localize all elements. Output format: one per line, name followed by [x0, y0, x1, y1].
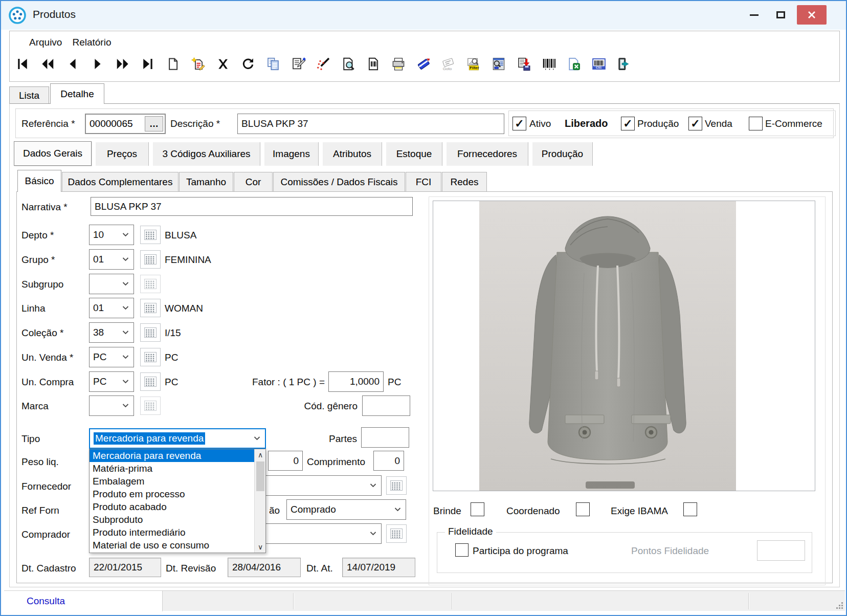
close-button[interactable] [797, 5, 827, 25]
narrativa-input[interactable] [91, 197, 413, 216]
ecommerce-checkbox[interactable] [749, 117, 763, 130]
venda-checkbox[interactable]: ✓ [688, 117, 702, 130]
scrollbar-thumb[interactable] [256, 461, 264, 491]
tab-dados-gerais[interactable]: Dados Gerais [14, 141, 92, 166]
pontos-fidelidade-input[interactable] [757, 540, 805, 561]
referencia-lookup-button[interactable]: … [145, 116, 163, 131]
partes-input[interactable] [361, 427, 409, 448]
delete-button[interactable] [213, 53, 233, 75]
dropdown-item[interactable]: Produto intermediário [90, 526, 255, 539]
tab-atributos[interactable]: Atributos [323, 142, 382, 166]
depto-combo[interactable]: 10 [89, 225, 134, 245]
barcode-cs1-button[interactable]: CS1 [589, 53, 609, 75]
peso-liq-input[interactable] [268, 451, 303, 471]
prior-page-button[interactable] [37, 53, 58, 75]
grupo-combo[interactable]: 01 [89, 249, 134, 270]
situacao-combo[interactable]: Comprado [286, 499, 406, 520]
tab-basico[interactable]: Básico [17, 170, 61, 192]
refresh-button[interactable] [238, 53, 258, 75]
tab-producao[interactable]: Produção [532, 142, 593, 166]
fornecedor-lookup-button[interactable] [386, 476, 407, 495]
linha-lookup-button[interactable] [140, 299, 161, 317]
brinde-checkbox[interactable] [471, 502, 484, 516]
tab-lista[interactable]: Lista [9, 86, 49, 104]
comprimento-input[interactable] [373, 451, 404, 471]
preview-button[interactable] [338, 53, 359, 75]
next-page-button[interactable] [113, 53, 133, 75]
tab-fornecedores[interactable]: Fornecedores [447, 142, 528, 166]
filter-advanced-button[interactable] [488, 53, 509, 75]
dropdown-item[interactable]: Produto acabado [90, 500, 255, 513]
new-button[interactable] [163, 53, 183, 75]
tab-tamanho[interactable]: Tamanho [179, 172, 233, 191]
coordenado-checkbox[interactable] [576, 502, 590, 516]
scroll-down-icon[interactable]: ∨ [255, 541, 266, 553]
edit-record-button[interactable] [288, 53, 308, 75]
goto-button[interactable]: Goto [438, 53, 459, 75]
last-record-button[interactable] [138, 53, 158, 75]
colecao-lookup-button[interactable] [140, 323, 161, 342]
descricao-input[interactable] [237, 114, 504, 134]
barcode-button[interactable] [539, 53, 559, 75]
export-excel-button[interactable] [564, 53, 584, 75]
dropdown-scrollbar[interactable]: ∧ ∨ [254, 449, 265, 553]
linha-combo[interactable]: 01 [89, 298, 134, 318]
dropdown-item[interactable]: Matéria-prima [90, 462, 255, 475]
copy-button[interactable] [263, 53, 283, 75]
cod-genero-input[interactable] [362, 395, 410, 416]
print-button[interactable] [388, 53, 409, 75]
tab-codigos-auxiliares[interactable]: 3 Códigos Auxiliares [153, 142, 260, 166]
exige-ibama-checkbox[interactable] [683, 502, 697, 516]
dropdown-item[interactable]: Mercadoria para revenda [90, 449, 255, 462]
report-button[interactable] [363, 53, 384, 75]
referencia-label: Referência * [21, 118, 75, 129]
marca-lookup-button[interactable] [140, 397, 161, 415]
tab-redes[interactable]: Redes [442, 172, 487, 191]
subgrupo-lookup-button[interactable] [140, 275, 161, 293]
tab-estoque[interactable]: Estoque [386, 142, 442, 166]
un-venda-lookup-button[interactable] [140, 348, 161, 366]
first-record-button[interactable] [12, 53, 33, 75]
exit-button[interactable] [614, 53, 634, 75]
tab-cor[interactable]: Cor [234, 172, 273, 191]
resize-grip-icon[interactable] [835, 601, 843, 609]
referencia-field[interactable]: 00000065 … [85, 114, 166, 134]
producao-checkbox[interactable]: ✓ [621, 117, 635, 130]
menu-relatorio[interactable]: Relatório [67, 35, 116, 50]
bookmark-button[interactable] [413, 53, 434, 75]
minimize-button[interactable] [742, 5, 766, 25]
marca-combo[interactable] [89, 395, 134, 416]
dropdown-item[interactable]: Produto em processo [90, 488, 255, 500]
tab-dados-complementares[interactable]: Dados Complementares [62, 172, 179, 191]
tab-comissoes-fiscais[interactable]: Comissões / Dados Fiscais [273, 172, 405, 191]
un-compra-lookup-button[interactable] [140, 372, 161, 391]
depto-lookup-button[interactable] [140, 226, 161, 244]
comprador-lookup-button[interactable] [386, 524, 407, 543]
colecao-combo[interactable]: 38 [89, 322, 134, 343]
un-venda-combo[interactable]: PC [89, 347, 134, 367]
grid-lookup-icon [390, 480, 403, 491]
insert-button[interactable] [188, 53, 208, 75]
filter-button[interactable]: Filter [463, 53, 484, 75]
tab-detalhe[interactable]: Detalhe [50, 83, 104, 104]
wand-button[interactable] [313, 53, 333, 75]
prior-record-button[interactable] [62, 53, 83, 75]
next-record-button[interactable] [87, 53, 108, 75]
participa-checkbox[interactable] [455, 543, 469, 557]
dropdown-item[interactable]: Embalagem [90, 475, 255, 488]
subgrupo-combo[interactable] [89, 274, 134, 294]
maximize-button[interactable] [768, 5, 793, 25]
dropdown-item[interactable]: Material de uso e consumo [90, 539, 255, 552]
export-save-button[interactable] [514, 53, 534, 75]
un-compra-combo[interactable]: PC [89, 371, 134, 392]
tab-precos[interactable]: Preços [96, 142, 149, 166]
scroll-up-icon[interactable]: ∧ [255, 449, 266, 460]
dropdown-item[interactable]: Subproduto [90, 513, 255, 526]
ativo-checkbox[interactable]: ✓ [512, 117, 526, 130]
tab-fci[interactable]: FCI [406, 172, 441, 191]
grupo-lookup-button[interactable] [140, 250, 161, 269]
tipo-combo[interactable]: Mercadoria para revenda [89, 428, 266, 449]
fator-input[interactable] [328, 371, 384, 392]
menu-arquivo[interactable]: Arquivo [24, 35, 67, 50]
tab-imagens[interactable]: Imagens [264, 142, 319, 166]
